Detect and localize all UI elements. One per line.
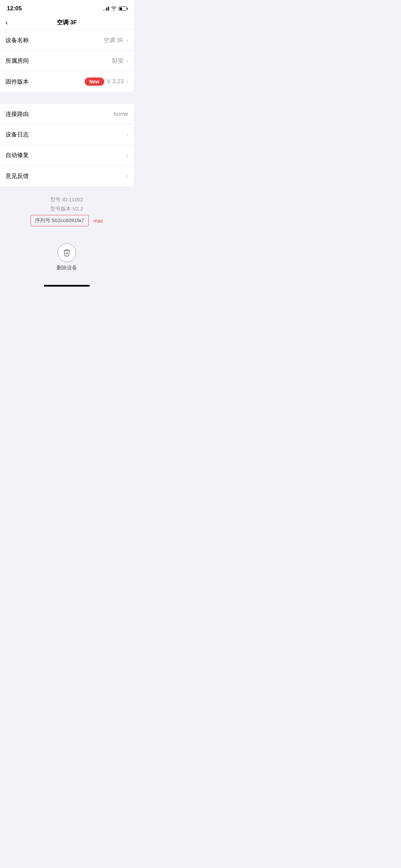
auto-repair-right: ›: [126, 152, 128, 158]
delete-section: 删除设备: [0, 243, 134, 281]
mac-label[interactable]: mac: [94, 218, 103, 224]
battery-icon: [119, 7, 127, 11]
feedback-right: ›: [126, 173, 128, 179]
router-row[interactable]: 连接路由 home: [0, 104, 134, 124]
chevron-icon: ›: [126, 152, 128, 158]
delete-device-button[interactable]: 删除设备: [57, 243, 77, 271]
chevron-icon: ›: [126, 58, 128, 64]
chevron-icon: ›: [126, 173, 128, 179]
device-name-row[interactable]: 设备名称 空调 3F ›: [0, 30, 134, 51]
auto-repair-row[interactable]: 自动修复 ›: [0, 145, 134, 166]
router-right: home: [113, 111, 128, 118]
firmware-row[interactable]: 固件版本 New V 3.23 ›: [0, 71, 134, 92]
trash-icon: [63, 249, 71, 257]
delete-icon-circle: [58, 243, 76, 262]
room-label: 所属房间: [5, 57, 29, 65]
signal-icon: [103, 7, 109, 11]
serial-row: 序列号:502cc6091fa7 mac: [31, 215, 103, 226]
serial-number: 序列号:502cc6091fa7: [35, 217, 84, 223]
chevron-icon: ›: [126, 79, 128, 85]
new-badge: New: [85, 77, 104, 86]
feedback-row[interactable]: 意见反馈 ›: [0, 166, 134, 186]
device-log-right: ›: [126, 132, 128, 138]
page-title: 空调 3F: [57, 19, 77, 26]
auto-repair-label: 自动修复: [5, 151, 29, 159]
room-row[interactable]: 所属房间 卧室 ›: [0, 51, 134, 71]
firmware-label: 固件版本: [5, 78, 29, 86]
model-id: 型号 ID:11002: [50, 196, 83, 203]
device-info-section: 型号 ID:11002 型号版本:V2.2 序列号:502cc6091fa7 m…: [0, 186, 134, 233]
router-label: 连接路由: [5, 110, 29, 118]
router-value: home: [113, 111, 128, 118]
home-indicator: [0, 281, 134, 289]
status-icons: [103, 7, 127, 11]
device-name-value: 空调 3F: [104, 36, 124, 44]
serial-box: 序列号:502cc6091fa7: [31, 215, 88, 226]
firmware-value: V 3.23: [107, 78, 124, 85]
chevron-icon: ›: [126, 37, 128, 44]
room-value: 卧室: [112, 57, 124, 65]
device-name-right: 空调 3F ›: [104, 36, 128, 44]
status-bar: 12:05: [0, 0, 134, 15]
firmware-right: New V 3.23 ›: [85, 77, 128, 86]
device-name-label: 设备名称: [5, 36, 29, 44]
wifi-icon: [111, 7, 117, 11]
back-button[interactable]: ‹: [5, 19, 8, 26]
device-log-row[interactable]: 设备日志 ›: [0, 124, 134, 145]
model-version: 型号版本:V2.2: [50, 206, 83, 212]
room-right: 卧室 ›: [112, 57, 128, 65]
section-1: 设备名称 空调 3F › 所属房间 卧室 › 固件版本 New V 3.23 ›: [0, 30, 134, 92]
status-time: 12:05: [7, 5, 22, 12]
home-bar: [44, 285, 90, 287]
feedback-label: 意见反馈: [5, 172, 29, 180]
chevron-icon: ›: [126, 132, 128, 138]
nav-bar: ‹ 空调 3F: [0, 15, 134, 30]
delete-label: 删除设备: [57, 265, 77, 271]
section-gap-1: [0, 92, 134, 104]
device-log-label: 设备日志: [5, 131, 29, 138]
spacer: [0, 233, 134, 243]
section-2: 连接路由 home 设备日志 › 自动修复 › 意见反馈 ›: [0, 104, 134, 186]
